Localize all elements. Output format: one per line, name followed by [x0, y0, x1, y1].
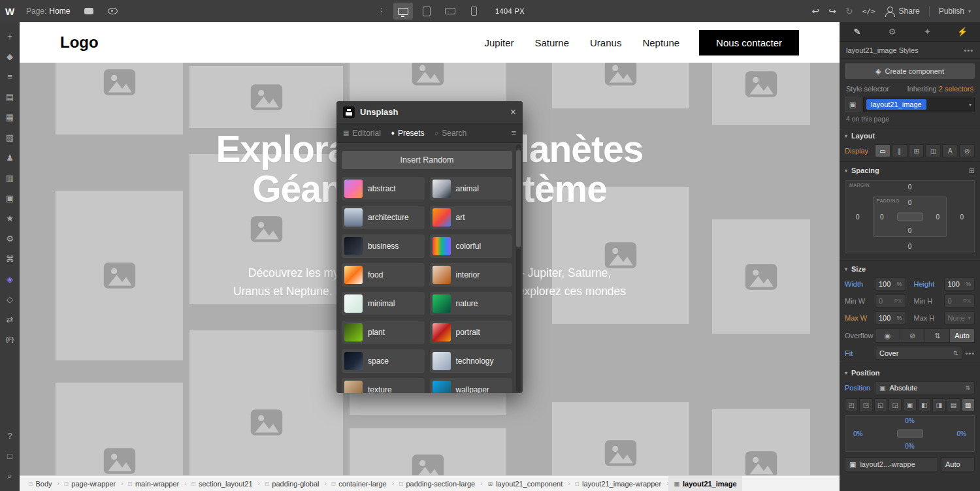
spacing-section-header[interactable]: ▾ Spacing ⊞ — [840, 162, 980, 179]
comments-icon[interactable] — [84, 8, 93, 14]
fit-label[interactable]: Fit — [845, 349, 872, 357]
preset-portrait[interactable]: portrait — [430, 321, 513, 344]
canvas-width-readout[interactable]: 1404 PX — [495, 7, 525, 15]
display-inline-block-button[interactable]: ◫ — [925, 144, 941, 157]
preview-icon[interactable] — [108, 8, 118, 14]
max-height-input[interactable]: None ▾ — [944, 311, 975, 325]
pin-left-button[interactable]: ◧ — [918, 398, 931, 411]
preset-architecture[interactable]: architecture — [342, 206, 425, 229]
code-export-icon[interactable]: </> — [862, 7, 875, 16]
breadcrumb-layout21_component[interactable]: ⊞layout21_component — [483, 476, 568, 491]
nav-link-uranus[interactable]: Uranus — [590, 37, 621, 48]
preset-animal[interactable]: animal — [430, 177, 513, 200]
preset-nature[interactable]: nature — [430, 292, 513, 315]
padding-bottom-value[interactable]: 0 — [908, 227, 912, 234]
breadcrumb-container-large[interactable]: □container-large — [327, 476, 392, 491]
share-button[interactable]: Share — [885, 7, 920, 16]
preset-colorful[interactable]: colorful — [430, 234, 513, 258]
scrollbar-track[interactable] — [516, 144, 521, 392]
tab-presets[interactable]: ♦Presets — [391, 129, 425, 138]
breadcrumb-body[interactable]: □Body — [24, 476, 57, 491]
components-tool[interactable]: ◆ — [1, 48, 18, 65]
scrollbar-thumb[interactable] — [516, 150, 521, 247]
nav-link-neptune[interactable]: Neptune — [642, 37, 679, 48]
settings-tool[interactable]: ⚙ — [1, 230, 18, 247]
position-values-control[interactable]: 0% 0% 0% 0% — [845, 415, 975, 452]
zoom-tool[interactable]: ⌕ — [1, 467, 18, 484]
settings-tab[interactable]: ⚙ — [875, 22, 910, 41]
nav-link-jupiter[interactable]: Jupiter — [484, 37, 514, 48]
width-label[interactable]: Width — [845, 280, 872, 288]
apps-tool[interactable]: ★ — [1, 210, 18, 227]
max-width-label[interactable]: Max W — [845, 314, 872, 322]
fit-more-options-icon[interactable]: ••• — [965, 349, 975, 357]
width-input[interactable]: 100 % — [875, 277, 906, 291]
overflow-auto-button[interactable]: Auto — [950, 329, 974, 342]
redo-icon[interactable]: ↪ — [828, 6, 836, 16]
breakpoint-tablet-button[interactable] — [417, 3, 436, 20]
chevron-down-icon[interactable]: ▾ — [968, 315, 971, 321]
pages-tool[interactable]: ▤ — [1, 88, 18, 105]
class-selector-input[interactable]: layout21_image ▾ — [863, 97, 975, 112]
image-placeholder[interactable] — [712, 409, 810, 475]
more-options-icon[interactable]: ••• — [964, 46, 973, 54]
tab-search[interactable]: ⌕Search — [435, 129, 467, 138]
overflow-visible-button[interactable]: ◉ — [875, 329, 900, 342]
margin-left-value[interactable]: 0 — [856, 214, 860, 221]
breadcrumb-main-wrapper[interactable]: □main-wrapper — [123, 476, 185, 491]
undo-icon[interactable]: ↩ — [812, 6, 820, 16]
preset-interior[interactable]: interior — [430, 263, 513, 287]
fit-select[interactable]: Cover ⇅ — [875, 347, 962, 360]
preset-art[interactable]: art — [430, 206, 513, 229]
audit-tool[interactable]: ⌘ — [1, 250, 18, 267]
chevron-down-icon[interactable]: ▾ — [969, 102, 972, 108]
selector-type-icon[interactable]: ▣ — [845, 97, 860, 112]
spacing-settings-icon[interactable]: ⊞ — [969, 166, 975, 175]
users-tool[interactable]: ♟ — [1, 149, 18, 166]
tab-editorial[interactable]: ▦Editorial — [343, 129, 381, 138]
pin-top-left-button[interactable]: ◰ — [845, 398, 858, 411]
margin-right-value[interactable]: 0 — [960, 214, 964, 221]
inheriting-selectors[interactable]: Inheriting 2 selectors — [907, 85, 973, 93]
insert-random-button[interactable]: Insert Random — [342, 151, 512, 169]
packages-tool[interactable]: ◇ — [1, 291, 18, 308]
frame-tool[interactable]: □ — [1, 447, 18, 464]
padding-right-value[interactable]: 0 — [936, 214, 939, 221]
image-placeholder[interactable] — [712, 63, 810, 125]
position-label[interactable]: Position — [845, 384, 872, 392]
height-input[interactable]: 100 % — [944, 277, 975, 291]
close-icon[interactable]: × — [510, 106, 516, 118]
margin-bottom-value[interactable]: 0 — [908, 243, 912, 250]
max-width-input[interactable]: 100 % — [875, 311, 906, 325]
breadcrumb-padding-section-large[interactable]: □padding-section-large — [394, 476, 480, 491]
breakpoint-desktop-button[interactable] — [393, 3, 413, 20]
breakpoint-landscape-button[interactable] — [440, 3, 460, 20]
contact-button[interactable]: Nous contacter — [699, 30, 799, 55]
overflow-hidden-button[interactable]: ⊘ — [900, 329, 925, 342]
pin-bottom-right-button[interactable]: ◲ — [889, 398, 902, 411]
display-block-button[interactable]: ▭ — [875, 144, 890, 157]
preset-wallpaper[interactable]: wallpaper — [430, 378, 513, 393]
preset-space[interactable]: space — [342, 349, 425, 373]
image-placeholder[interactable] — [350, 428, 506, 475]
drag-handle-icon[interactable]: ⋮ — [378, 7, 385, 16]
export-tool[interactable]: ⇄ — [1, 311, 18, 328]
ecommerce-tool[interactable]: ▥ — [1, 169, 18, 186]
breadcrumb-page-wrapper[interactable]: □page-wrapper — [59, 476, 121, 491]
image-placeholder[interactable] — [552, 402, 689, 475]
menu-icon[interactable]: ≡ — [511, 128, 516, 138]
size-section-header[interactable]: ▾ Size — [840, 261, 980, 277]
min-width-label[interactable]: Min W — [845, 297, 872, 305]
image-placeholder[interactable] — [189, 330, 343, 475]
refresh-icon[interactable]: ↻ — [845, 6, 853, 16]
preset-plant[interactable]: plant — [342, 321, 425, 344]
preset-food[interactable]: food — [342, 263, 425, 287]
preset-technology[interactable]: technology — [430, 349, 513, 373]
padding-control[interactable]: PADDING 0 0 0 0 — [873, 197, 947, 237]
create-component-button[interactable]: ◈ Create component — [845, 63, 975, 79]
image-placeholder[interactable] — [189, 66, 343, 128]
image-placeholder[interactable] — [552, 63, 689, 108]
publish-button[interactable]: Publish ▾ — [939, 7, 971, 16]
image-placeholder[interactable] — [56, 63, 183, 135]
preset-abstract[interactable]: abstract — [342, 177, 425, 200]
